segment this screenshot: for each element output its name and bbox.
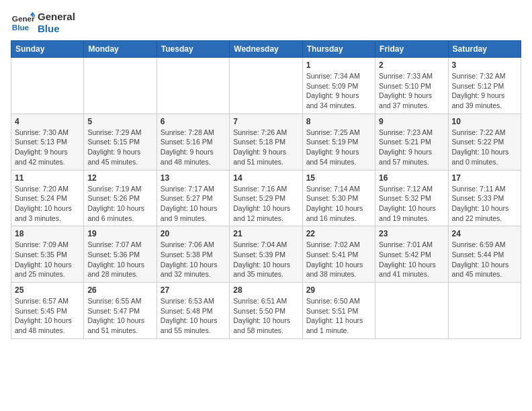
- day-info: Sunrise: 6:53 AM Sunset: 5:48 PM Dayligh…: [161, 296, 226, 336]
- day-number: 12: [87, 173, 152, 183]
- calendar-cell: 1Sunrise: 7:34 AM Sunset: 5:09 PM Daylig…: [302, 58, 375, 114]
- calendar-cell: 3Sunrise: 7:32 AM Sunset: 5:12 PM Daylig…: [448, 58, 521, 114]
- day-info: Sunrise: 7:16 AM Sunset: 5:29 PM Dayligh…: [233, 184, 298, 224]
- day-info: Sunrise: 7:25 AM Sunset: 5:19 PM Dayligh…: [306, 128, 371, 167]
- day-number: 18: [15, 229, 80, 238]
- logo-blue: Blue: [38, 23, 75, 35]
- day-info: Sunrise: 7:01 AM Sunset: 5:42 PM Dayligh…: [379, 240, 444, 279]
- day-info: Sunrise: 7:02 AM Sunset: 5:41 PM Dayligh…: [306, 240, 371, 279]
- calendar-cell: 26Sunrise: 6:55 AM Sunset: 5:47 PM Dayli…: [84, 283, 157, 339]
- day-info: Sunrise: 6:55 AM Sunset: 5:47 PM Dayligh…: [87, 296, 152, 336]
- day-info: Sunrise: 7:32 AM Sunset: 5:12 PM Dayligh…: [452, 71, 517, 111]
- day-info: Sunrise: 7:12 AM Sunset: 5:32 PM Dayligh…: [379, 184, 444, 224]
- calendar-cell: 4Sunrise: 7:30 AM Sunset: 5:13 PM Daylig…: [11, 113, 84, 170]
- day-info: Sunrise: 6:51 AM Sunset: 5:50 PM Dayligh…: [233, 296, 298, 336]
- day-number: 28: [233, 285, 298, 295]
- calendar-cell: 15Sunrise: 7:14 AM Sunset: 5:30 PM Dayli…: [302, 170, 375, 226]
- day-info: Sunrise: 7:04 AM Sunset: 5:39 PM Dayligh…: [233, 240, 298, 279]
- calendar-cell: [375, 283, 448, 339]
- day-number: 27: [161, 285, 226, 295]
- calendar-header-monday: Monday: [84, 41, 157, 58]
- calendar-cell: 17Sunrise: 7:11 AM Sunset: 5:33 PM Dayli…: [448, 170, 521, 226]
- day-info: Sunrise: 7:23 AM Sunset: 5:21 PM Dayligh…: [379, 128, 444, 167]
- calendar-cell: 12Sunrise: 7:19 AM Sunset: 5:26 PM Dayli…: [84, 170, 157, 226]
- day-number: 23: [379, 229, 444, 238]
- day-info: Sunrise: 7:20 AM Sunset: 5:24 PM Dayligh…: [15, 184, 80, 224]
- calendar-week-3: 11Sunrise: 7:20 AM Sunset: 5:24 PM Dayli…: [11, 170, 521, 226]
- calendar-table: SundayMondayTuesdayWednesdayThursdayFrid…: [11, 40, 521, 339]
- calendar-cell: 13Sunrise: 7:17 AM Sunset: 5:27 PM Dayli…: [157, 170, 229, 226]
- day-number: 3: [452, 60, 517, 70]
- calendar-cell: [448, 283, 521, 339]
- day-info: Sunrise: 7:19 AM Sunset: 5:26 PM Dayligh…: [87, 184, 152, 224]
- calendar-week-1: 1Sunrise: 7:34 AM Sunset: 5:09 PM Daylig…: [11, 58, 521, 114]
- logo-icon: General Blue: [11, 11, 35, 35]
- calendar-header-saturday: Saturday: [448, 41, 521, 58]
- calendar-cell: 11Sunrise: 7:20 AM Sunset: 5:24 PM Dayli…: [11, 170, 84, 226]
- logo: General Blue General Blue: [11, 11, 75, 35]
- day-info: Sunrise: 7:06 AM Sunset: 5:38 PM Dayligh…: [161, 240, 226, 279]
- day-number: 11: [15, 173, 80, 183]
- day-number: 6: [161, 117, 226, 126]
- day-info: Sunrise: 7:28 AM Sunset: 5:16 PM Dayligh…: [161, 128, 226, 167]
- day-number: 17: [452, 173, 517, 183]
- logo-general: General: [38, 11, 75, 23]
- day-number: 5: [87, 117, 152, 126]
- calendar-cell: 16Sunrise: 7:12 AM Sunset: 5:32 PM Dayli…: [375, 170, 448, 226]
- calendar-cell: 2Sunrise: 7:33 AM Sunset: 5:10 PM Daylig…: [375, 58, 448, 114]
- calendar-cell: [157, 58, 229, 114]
- day-info: Sunrise: 6:50 AM Sunset: 5:51 PM Dayligh…: [306, 296, 371, 336]
- day-info: Sunrise: 7:29 AM Sunset: 5:15 PM Dayligh…: [87, 128, 152, 167]
- day-number: 10: [452, 117, 517, 126]
- calendar-week-2: 4Sunrise: 7:30 AM Sunset: 5:13 PM Daylig…: [11, 113, 521, 170]
- calendar-header-tuesday: Tuesday: [157, 41, 229, 58]
- calendar-cell: 7Sunrise: 7:26 AM Sunset: 5:18 PM Daylig…: [230, 113, 302, 170]
- calendar-cell: [84, 58, 157, 114]
- calendar-cell: 19Sunrise: 7:07 AM Sunset: 5:36 PM Dayli…: [84, 226, 157, 283]
- day-number: 4: [15, 117, 80, 126]
- day-number: 7: [233, 117, 298, 126]
- calendar-header-sunday: Sunday: [11, 41, 84, 58]
- calendar-cell: 10Sunrise: 7:22 AM Sunset: 5:22 PM Dayli…: [448, 113, 521, 170]
- calendar-cell: 21Sunrise: 7:04 AM Sunset: 5:39 PM Dayli…: [230, 226, 302, 283]
- day-number: 13: [161, 173, 226, 183]
- day-info: Sunrise: 7:14 AM Sunset: 5:30 PM Dayligh…: [306, 184, 371, 224]
- day-info: Sunrise: 7:34 AM Sunset: 5:09 PM Dayligh…: [306, 71, 371, 111]
- calendar-header-friday: Friday: [375, 41, 448, 58]
- calendar-cell: 28Sunrise: 6:51 AM Sunset: 5:50 PM Dayli…: [230, 283, 302, 339]
- day-number: 8: [306, 117, 371, 126]
- day-info: Sunrise: 7:33 AM Sunset: 5:10 PM Dayligh…: [379, 71, 444, 111]
- day-info: Sunrise: 6:57 AM Sunset: 5:45 PM Dayligh…: [15, 296, 80, 336]
- day-number: 14: [233, 173, 298, 183]
- day-info: Sunrise: 7:11 AM Sunset: 5:33 PM Dayligh…: [452, 184, 517, 224]
- day-number: 15: [306, 173, 371, 183]
- day-info: Sunrise: 7:07 AM Sunset: 5:36 PM Dayligh…: [87, 240, 152, 279]
- day-info: Sunrise: 7:26 AM Sunset: 5:18 PM Dayligh…: [233, 128, 298, 167]
- day-number: 29: [306, 285, 371, 295]
- calendar-cell: 27Sunrise: 6:53 AM Sunset: 5:48 PM Dayli…: [157, 283, 229, 339]
- day-number: 2: [379, 60, 444, 70]
- calendar-week-4: 18Sunrise: 7:09 AM Sunset: 5:35 PM Dayli…: [11, 226, 521, 283]
- calendar-cell: 9Sunrise: 7:23 AM Sunset: 5:21 PM Daylig…: [375, 113, 448, 170]
- day-number: 16: [379, 173, 444, 183]
- day-number: 9: [379, 117, 444, 126]
- calendar-cell: 5Sunrise: 7:29 AM Sunset: 5:15 PM Daylig…: [84, 113, 157, 170]
- calendar-cell: [230, 58, 302, 114]
- calendar-week-5: 25Sunrise: 6:57 AM Sunset: 5:45 PM Dayli…: [11, 283, 521, 339]
- day-info: Sunrise: 7:17 AM Sunset: 5:27 PM Dayligh…: [161, 184, 226, 224]
- calendar-cell: 14Sunrise: 7:16 AM Sunset: 5:29 PM Dayli…: [230, 170, 302, 226]
- page-header: General Blue General Blue: [11, 11, 521, 35]
- calendar-header-wednesday: Wednesday: [230, 41, 302, 58]
- calendar-cell: 8Sunrise: 7:25 AM Sunset: 5:19 PM Daylig…: [302, 113, 375, 170]
- day-number: 21: [233, 229, 298, 238]
- day-number: 20: [161, 229, 226, 238]
- day-number: 24: [452, 229, 517, 238]
- calendar-cell: 23Sunrise: 7:01 AM Sunset: 5:42 PM Dayli…: [375, 226, 448, 283]
- day-number: 1: [306, 60, 371, 70]
- day-info: Sunrise: 7:22 AM Sunset: 5:22 PM Dayligh…: [452, 128, 517, 167]
- calendar-cell: [11, 58, 84, 114]
- day-number: 19: [87, 229, 152, 238]
- calendar-cell: 6Sunrise: 7:28 AM Sunset: 5:16 PM Daylig…: [157, 113, 229, 170]
- day-info: Sunrise: 7:30 AM Sunset: 5:13 PM Dayligh…: [15, 128, 80, 167]
- day-info: Sunrise: 6:59 AM Sunset: 5:44 PM Dayligh…: [452, 240, 517, 279]
